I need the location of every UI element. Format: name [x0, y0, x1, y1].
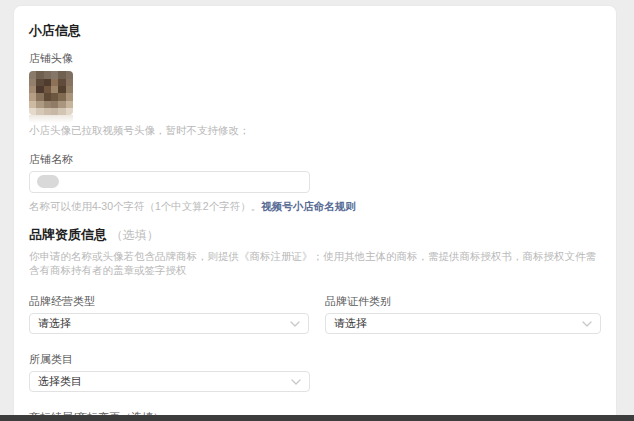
- category-field: 所属类目 选择类目: [29, 353, 601, 392]
- brand-info-optional-tag: （选填）: [111, 228, 159, 242]
- cert-type-field: 品牌证件类别 请选择: [325, 295, 601, 334]
- brand-info-title-text: 品牌资质信息: [29, 227, 107, 242]
- brand-type-field: 品牌经营类型 请选择: [29, 295, 309, 334]
- brand-type-label: 品牌经营类型: [29, 295, 309, 308]
- brand-type-select[interactable]: 请选择: [29, 313, 309, 334]
- shop-name-label: 店铺名称: [29, 153, 601, 166]
- window-bottom-edge: [0, 415, 634, 421]
- brand-type-select-value: 请选择: [38, 316, 71, 331]
- brand-info-description: 你申请的名称或头像若包含品牌商标，则提供《商标注册证》；使用其他主体的商标，需提…: [29, 249, 601, 277]
- category-select[interactable]: 选择类目: [29, 371, 310, 392]
- chevron-down-icon: [290, 321, 300, 327]
- cert-type-select-value: 请选择: [334, 316, 367, 331]
- naming-rules-link[interactable]: 视频号小店命名规则: [261, 200, 356, 212]
- brand-info-section-title: 品牌资质信息 （选填）: [29, 227, 601, 243]
- cert-type-select[interactable]: 请选择: [325, 313, 601, 334]
- shop-info-section-title: 小店信息: [29, 23, 601, 39]
- category-select-value: 选择类目: [38, 374, 82, 389]
- cert-type-label: 品牌证件类别: [325, 295, 601, 308]
- chevron-down-icon: [291, 379, 301, 385]
- shop-avatar: [29, 71, 75, 123]
- shop-name-help: 名称可以使用4-30个字符（1个中文算2个字符）。视频号小店命名规则: [29, 200, 601, 214]
- avatar-label: 店铺头像: [29, 52, 601, 65]
- avatar-note: 小店头像已拉取视频号头像，暂时不支持修改；: [29, 123, 601, 137]
- category-label: 所属类目: [29, 353, 601, 366]
- avatar-fade-decoration: [29, 115, 73, 123]
- shop-avatar-image: [29, 71, 73, 115]
- chevron-down-icon: [582, 321, 592, 327]
- shop-name-help-text: 名称可以使用4-30个字符（1个中文算2个字符）。: [29, 200, 261, 212]
- shop-name-input[interactable]: [29, 171, 310, 193]
- shop-name-redacted-value: [37, 175, 59, 188]
- shop-settings-card: 小店信息 店铺头像 小店头像已拉取视频号头像，暂时不支持修改； 店铺名称 名称可…: [13, 5, 617, 421]
